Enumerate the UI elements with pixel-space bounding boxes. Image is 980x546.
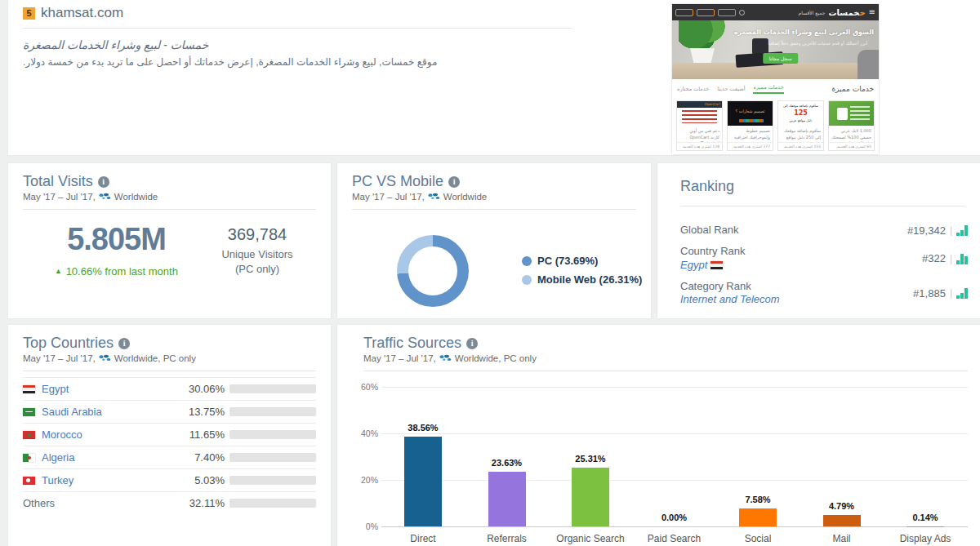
bar-value-label: 25.31% xyxy=(549,454,632,464)
divider xyxy=(680,206,965,206)
service-footer: 155 اشترى هذه الخدمة xyxy=(778,142,823,150)
country-name[interactable]: Algeria xyxy=(42,451,74,464)
bar-social xyxy=(739,508,777,526)
country-name: Others xyxy=(23,497,55,509)
unique-visitors-label: Unique Visitors (PC only) xyxy=(204,247,310,276)
divider xyxy=(23,371,316,371)
hero-signup-button[interactable]: سجل مجانا xyxy=(763,53,799,64)
bar-slot: 23.63%Referrals xyxy=(466,325,549,546)
country-name[interactable]: Turkey xyxy=(42,474,74,486)
service-card[interactable]: تصميم شعارات ؟ تصميم خطوط وإنفوجرافيك اح… xyxy=(727,100,773,151)
country-rank-link[interactable]: Egypt xyxy=(680,259,745,272)
legend-item-pc: PC (73.69%) xyxy=(522,255,642,267)
top-countries-card: Top Countries i May '17 – Jul '17, World… xyxy=(8,325,331,546)
rank-label: Country Rank xyxy=(680,245,745,258)
hamburger-menu-icon: ≡ xyxy=(869,8,875,16)
site-title-arabic: خمسات - لبيع وشراء الخدمات المصغرة xyxy=(23,38,208,51)
country-percent: 13.75% xyxy=(185,406,229,418)
legend-bullet-mobile xyxy=(522,275,532,285)
site-favicon: 5 xyxy=(23,7,35,20)
country-rank-row: Country Rank Egypt #322 | xyxy=(680,245,968,272)
worldwide-icon xyxy=(428,193,440,201)
thumbnail-tab-active[interactable]: خدمات مميزة xyxy=(753,84,783,94)
thumbnail-tab[interactable]: خدمات مختارة xyxy=(677,86,709,92)
country-row: Others32.11% xyxy=(23,491,316,514)
separator: | xyxy=(950,253,952,264)
service-footer: 65 اشترى هذه الخدمة xyxy=(829,142,874,150)
rank-value: #19,342 xyxy=(907,224,946,237)
search-icon xyxy=(739,10,745,16)
flag-egypt-icon xyxy=(23,385,35,393)
bar-referrals xyxy=(488,472,526,526)
ranking-card: Ranking Global Rank #19,342 | Country Ra… xyxy=(657,163,980,318)
thumbnail-nav-button xyxy=(718,9,736,16)
info-icon[interactable]: i xyxy=(448,176,460,188)
x-axis-label: Mail xyxy=(800,533,884,544)
service-caption: تصميم خطوط وإنفوجرافيك احترافية xyxy=(728,126,773,142)
unique-visitors-metric: 369,784 Unique Visitors (PC only) xyxy=(204,225,310,276)
worldwide-icon xyxy=(99,193,111,201)
country-bar-track xyxy=(229,430,316,439)
country-row: Turkey5.03% xyxy=(23,468,316,491)
service-card[interactable]: OpenCart دعم فني من أوبن كارت OpenCart T… xyxy=(676,100,723,151)
country-list: Egypt30.06%Saudi Arabia13.75%Morocco11.6… xyxy=(23,377,316,514)
top-countries-title: Top Countries i xyxy=(23,335,130,352)
pc-mobile-donut-chart xyxy=(397,235,469,307)
separator: | xyxy=(950,224,952,236)
country-bar-track xyxy=(229,384,316,393)
bar-value-label: 0.00% xyxy=(633,513,716,522)
khamsat-logo: خخمسات xyxy=(829,8,866,17)
service-image: سأقوم بإضافة موقعك إلى 125 دليل مواقع عر… xyxy=(778,101,823,126)
category-rank-row: Category Rank Internet and Telecom #1,88… xyxy=(680,280,968,307)
site-overview-card: 5 khamsat.com خمسات - لبيع وشراء الخدمات… xyxy=(8,0,980,155)
legend-label: Mobile Web (26.31%) xyxy=(537,273,642,286)
bar-mail xyxy=(823,515,861,526)
pc-vs-mobile-card: PC VS Mobile i May '17 – Jul '17, Worldw… xyxy=(337,163,651,318)
country-percent: 11.65% xyxy=(185,428,229,441)
site-description-arabic: موقع خمسات, لبيع وشراء الخدمات المصغرة, … xyxy=(23,56,437,68)
traffic-sources-bar-chart: 0%20%40%60%38.56%Direct23.63%Referrals25… xyxy=(337,325,980,546)
country-name[interactable]: Saudi Arabia xyxy=(42,406,102,418)
country-bar-track xyxy=(229,407,316,416)
thumbnail-nav-item: جميع الأقسام xyxy=(799,10,826,16)
country-name[interactable]: Egypt xyxy=(42,383,69,395)
pc-vs-mobile-subtitle: May '17 – Jul '17, Worldwide xyxy=(352,192,487,202)
unique-visitors-value: 369,784 xyxy=(204,225,310,244)
x-axis-label: Paid Search xyxy=(633,533,716,544)
country-row: Egypt30.06% xyxy=(23,377,316,400)
service-image: OpenCart xyxy=(677,101,722,126)
total-visits-metric: 5.805M ▲ 10.66% from last month xyxy=(33,222,200,277)
x-axis-label: Display Ads xyxy=(884,533,967,544)
divider xyxy=(23,209,316,210)
thumbnail-section-title: خدمات مميزة xyxy=(831,85,874,93)
service-card[interactable]: 1,000 لايك عربي حقيقي 100% لصفحتك على ال… xyxy=(828,100,875,151)
site-header: 5 khamsat.com xyxy=(23,5,123,21)
bar-value-label: 7.58% xyxy=(716,495,800,504)
bar-organic-search xyxy=(572,468,609,526)
info-icon[interactable]: i xyxy=(118,338,130,349)
pc-vs-mobile-title: PC VS Mobile i xyxy=(352,173,460,190)
bar-slot: 0.14%Display Ads xyxy=(884,325,967,546)
hero-subtitle: أبرز أعمالك أو قدم خدمات للآخرين وحقق دخ… xyxy=(768,41,867,46)
hero-title: السوق العربي لبيع وشراء الخدمات المصغرة xyxy=(734,29,874,36)
total-visits-title: Total Visits i xyxy=(23,173,109,190)
country-percent: 7.40% xyxy=(185,451,229,464)
ranking-rows: Global Rank #19,342 | Country Rank Egypt xyxy=(680,215,968,306)
donut-legend: PC (73.69%) Mobile Web (26.31%) xyxy=(522,255,642,286)
service-caption: دعم فني من أوبن كارت OpenCart Technical xyxy=(677,126,722,142)
y-axis-tick: 20% xyxy=(349,475,378,485)
service-card[interactable]: سأقوم بإضافة موقعك إلى 125 دليل مواقع عر… xyxy=(777,100,824,151)
category-rank-link[interactable]: Internet and Telecom xyxy=(680,293,780,306)
country-name[interactable]: Morocco xyxy=(42,428,82,441)
rank-value: #1,885 xyxy=(913,287,946,300)
rank-label: Global Rank xyxy=(680,224,739,237)
rank-label: Category Rank xyxy=(680,280,780,293)
website-screenshot-thumbnail[interactable]: جميع الأقسام خخمسات ≡ السوق العربي لبيع … xyxy=(672,4,879,154)
traffic-sources-card: Traffic Sources i May '17 – Jul '17, Wor… xyxy=(337,325,980,546)
service-caption: سأقوم بإضافة موقعك إلى 250 دليل مواقع عر… xyxy=(778,126,823,142)
bar-slot: 25.31%Organic Search xyxy=(549,325,632,546)
info-icon[interactable]: i xyxy=(98,176,109,188)
bar-slot: 7.58%Social xyxy=(716,325,800,546)
flag-egypt-icon xyxy=(710,261,723,269)
thumbnail-tab[interactable]: أضيفت حديثا xyxy=(717,86,745,92)
